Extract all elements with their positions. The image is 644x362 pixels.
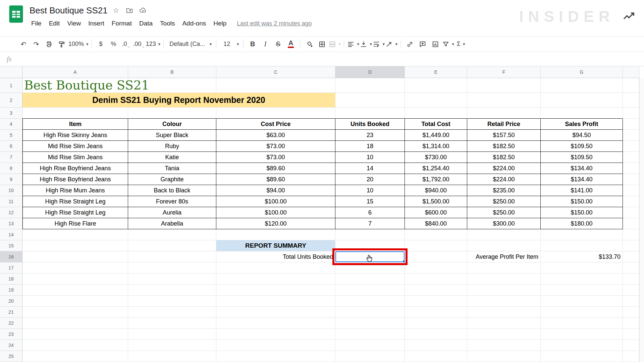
row-header-10[interactable]: 10 [0,185,22,196]
cell-G2[interactable] [541,93,623,108]
cell-B1[interactable] [128,78,216,93]
insert-comment-button[interactable] [417,39,429,50]
cell-H13[interactable] [623,218,639,229]
column-header-G[interactable]: G [541,66,623,78]
cell-D9[interactable]: 20 [335,174,405,185]
row-header-22[interactable]: 22 [0,318,22,329]
row-header-20[interactable]: 20 [0,296,22,307]
cell-G17[interactable] [541,262,623,274]
cell-E17[interactable] [405,262,467,274]
cell-F6[interactable]: $182.50 [467,141,541,152]
cell-G8[interactable]: $134.40 [541,163,623,174]
insert-link-button[interactable] [404,39,416,50]
cell-F8[interactable]: $224.00 [467,163,541,174]
cell-E21[interactable] [405,307,467,318]
cell-F22[interactable] [467,318,541,329]
cell-H19[interactable] [623,285,639,296]
cell-A14[interactable] [22,229,128,240]
cell-D23[interactable] [335,329,405,340]
cell-D3[interactable] [335,108,405,119]
cell-B5[interactable]: Super Black [128,130,216,141]
cell-G1[interactable] [541,78,623,93]
cell-G14[interactable] [541,229,623,240]
cell-E20[interactable] [405,296,467,307]
row-header-6[interactable]: 6 [0,141,22,152]
cell-A13[interactable]: High Rise Flare [22,218,128,229]
cell-E2[interactable] [405,93,467,108]
cell-B24[interactable] [128,340,216,351]
cell-E1[interactable] [405,78,467,93]
cell-H8[interactable] [623,163,639,174]
cell-H15[interactable] [623,240,639,251]
cell-F1[interactable] [467,78,541,93]
move-folder-icon[interactable] [124,5,135,15]
redo-button[interactable]: ↷ [30,39,42,50]
cell-E3[interactable] [405,108,467,119]
formula-input[interactable] [19,52,644,66]
row-header-3[interactable]: 3 [0,108,22,119]
row-header-2[interactable]: 2 [0,93,22,108]
cell-F9[interactable]: $224.00 [467,174,541,185]
cloud-status-icon[interactable] [138,5,148,15]
cell-C17[interactable] [216,262,335,274]
cell-E15[interactable] [405,240,467,251]
cell-E25[interactable] [405,351,467,362]
cell-F15[interactable] [467,240,541,251]
cell-B22[interactable] [128,318,216,329]
column-header-D[interactable]: D [335,66,405,78]
cell-A24[interactable] [22,340,128,351]
strikethrough-button[interactable]: S [272,39,284,50]
cell-E14[interactable] [405,229,467,240]
row-header-14[interactable]: 14 [0,229,22,240]
vertical-align-dropdown[interactable] [360,39,372,50]
column-header-F[interactable]: F [467,66,541,78]
cell-H20[interactable] [623,296,639,307]
cell-H14[interactable] [623,229,639,240]
cell-F18[interactable] [467,274,541,285]
cell-H12[interactable] [623,207,639,218]
cell-E9[interactable]: $1,792.00 [405,174,467,185]
cell-A5[interactable]: High Rise Skinny Jeans [22,130,128,141]
cell-C18[interactable] [216,274,335,285]
cell-F16[interactable]: Average Profit Per Item [467,251,541,262]
cell-H21[interactable] [623,307,639,318]
cell-F14[interactable] [467,229,541,240]
decrease-decimal-button[interactable]: .0 [120,39,132,50]
cell-E18[interactable] [405,274,467,285]
cell-F7[interactable]: $182.50 [467,152,541,163]
menu-view[interactable]: View [63,18,85,29]
print-button[interactable] [43,39,55,50]
cell-A11[interactable]: High Rise Straight Leg [22,196,128,207]
cell-G5[interactable]: $94.50 [541,130,623,141]
bold-button[interactable]: B [247,39,259,50]
cell-E12[interactable]: $600.00 [405,207,467,218]
currency-format-button[interactable]: $ [95,39,107,50]
cell-A4[interactable]: Item [22,119,128,130]
cell-C14[interactable] [216,229,335,240]
cell-G9[interactable]: $134.40 [541,174,623,185]
cell-F4[interactable]: Retail Price [467,119,541,130]
cell-C8[interactable]: $89.60 [216,163,335,174]
cell-A9[interactable]: High Rise Boyfriend Jeans [22,174,128,185]
row-header-12[interactable]: 12 [0,207,22,218]
cell-D11[interactable]: 15 [335,196,405,207]
column-header-E[interactable]: E [405,66,467,78]
cell-B12[interactable]: Aurelia [128,207,216,218]
cell-B25[interactable] [128,351,216,362]
cell-H18[interactable] [623,274,639,285]
menu-format[interactable]: Format [108,18,136,29]
cell-E24[interactable] [405,340,467,351]
cell-H11[interactable] [623,196,639,207]
cell-H16[interactable] [623,251,639,262]
cell-B15[interactable] [128,240,216,251]
row-header-19[interactable]: 19 [0,285,22,296]
row-header-5[interactable]: 5 [0,130,22,141]
cell-C4[interactable]: Cost Price [216,119,335,130]
cell-G22[interactable] [541,318,623,329]
cell-F17[interactable] [467,262,541,274]
cell-D22[interactable] [335,318,405,329]
star-icon[interactable] [111,5,121,15]
cell-C19[interactable] [216,285,335,296]
row-header-13[interactable]: 13 [0,218,22,229]
cell-F10[interactable]: $235.00 [467,185,541,196]
